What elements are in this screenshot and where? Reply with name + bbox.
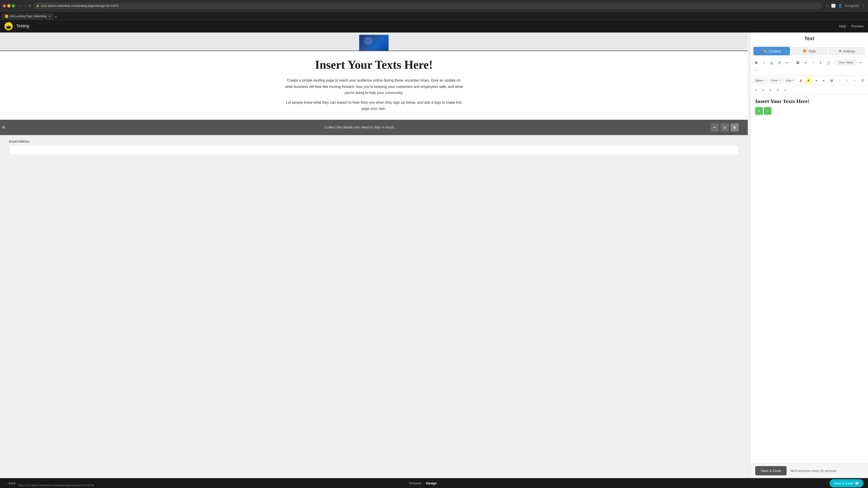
text-column-button[interactable]: ▤ [829,77,835,84]
paste-button[interactable]: 📋 [825,59,832,66]
editor-edit-icon-button[interactable]: ✏ [755,107,763,115]
image-button[interactable]: 🖼 [794,59,801,66]
breadcrumb-design: Design [426,482,437,485]
styles-label: Styles [755,79,763,82]
editor-heading: Insert Your Texts Here! [755,98,864,104]
menu-icon[interactable]: ⋮ [862,4,865,8]
font-arrow-icon: ▼ [778,79,780,82]
breadcrumb: Template › Design [16,482,830,485]
active-tab[interactable]: M Edit Landing Page | Mailchimp ✕ [2,13,54,20]
link-button[interactable]: 🔗 [776,59,783,66]
refresh-button[interactable]: ↻ [29,4,31,8]
unordered-list-button[interactable]: ⁝ [810,59,816,66]
bg-color-button[interactable]: A [805,77,812,84]
star-icon[interactable]: ☆ [826,4,829,8]
sidebar-toggle-icon[interactable]: ⬜ [831,4,836,8]
form-actions: ✏ ⧉ 🗑 [711,123,739,131]
menu-button[interactable]: ☰ [860,77,866,84]
form-section[interactable]: ✛ Collect the details you need to stay i… [0,120,748,135]
font-color-button[interactable]: A [798,77,804,84]
right-panel: Text ✏️ Content 🎨 Style ⚙ Settings B I U… [750,33,868,478]
email-label: Email Address [9,140,739,143]
bottom-save-label: Save & Close [834,482,853,485]
toolbar-dropdowns: Styles ▼ Font ▼ Size ▼ A A ⇥ ⇤ ▤ ↓ ⋮ ↑ ☰ [751,76,868,86]
delete-form-button[interactable]: 🗑 [731,123,739,131]
align-middle-button[interactable]: ⋮ [844,77,850,84]
tab-favicon: M [5,15,8,18]
content-tab-label: Content [769,49,780,53]
size-dropdown[interactable]: Size ▼ [783,78,796,84]
canvas-area: Insert Your Texts Here! Create a simple … [0,33,750,478]
more-options-button[interactable]: ⋯ [753,67,760,74]
tab-content[interactable]: ✏️ Content [753,47,790,55]
panel-tabs: ✏️ Content 🎨 Style ⚙ Settings [751,45,868,57]
svg-point-1 [6,25,11,29]
lock-icon: 🔒 [36,4,39,7]
panel-save-close-button[interactable]: Save & Close [755,466,786,475]
bottom-save-close-button[interactable]: Save & Close 🔄 [830,479,864,487]
duplicate-form-button[interactable]: ⧉ [721,123,729,131]
align-left-button[interactable]: ≡ [753,87,759,93]
main-layout: Insert Your Texts Here! Create a simple … [0,33,868,478]
profile-icon[interactable]: 👤 [838,4,842,8]
back-button[interactable]: ← Back [4,482,16,485]
font-dropdown[interactable]: Font ▼ [769,78,782,84]
settings-tab-label: Settings [843,49,855,53]
redo-indent-button[interactable]: ↪ [782,87,788,93]
browser-chrome: ← → ↻ 🔒 us21.admin.mailchimp.com/landing… [0,0,868,12]
incognito-label: Incognito [845,4,860,8]
panel-header: Text [751,33,868,45]
help-link[interactable]: Help [839,24,846,28]
svg-point-5 [9,25,10,26]
window-controls [3,4,15,7]
underline-button[interactable]: U [768,59,775,66]
link-remove-button[interactable]: ✂ [784,59,790,66]
clear-styles-button[interactable]: Clear Styles [836,60,856,65]
forward-navigation-button[interactable]: → [24,4,27,8]
back-navigation-button[interactable]: ← [19,4,22,8]
maximize-window-button[interactable] [12,4,15,7]
preview-button[interactable]: Preview [851,24,864,28]
move-handle-icon[interactable]: ✛ [2,125,5,130]
svg-point-4 [7,25,8,26]
edit-form-button[interactable]: ✏ [711,123,719,131]
tab-style[interactable]: 🎨 Style [791,47,828,55]
indent-increase-button[interactable]: ⇥ [813,77,819,84]
align-center-button[interactable]: ≡ [760,87,767,93]
body-text-1: Create a simple landing page to reach yo… [283,77,464,96]
editor-move-icon-button[interactable]: ↕ [764,107,772,115]
styles-dropdown[interactable]: Styles ▼ [753,78,768,84]
breadcrumb-template[interactable]: Template [409,482,422,485]
indent-decrease-button[interactable]: ⇤ [821,77,827,84]
align-down-button[interactable]: ↓ [836,77,842,84]
align-right-button[interactable]: ≡ [767,87,774,93]
align-up-button[interactable]: ↑ [852,77,858,84]
new-tab-button[interactable]: + [55,15,57,20]
address-bar[interactable]: 🔒 us21.admin.mailchimp.com/landing-pages… [33,2,822,9]
canvas-content: Insert Your Texts Here! Create a simple … [0,33,750,478]
body-text-2: Let people know what they can expect to … [283,99,464,111]
panel-footer: Save & Close We'll autosave every 20 sec… [751,463,868,478]
email-input[interactable] [9,145,739,155]
ordered-list-button[interactable]: ≡ [802,59,809,66]
editor-quick-actions: ✏ ↕ [755,107,864,115]
style-tab-label: Style [808,49,816,53]
breadcrumb-arrow-icon: › [423,482,424,485]
email-section: Email Address [0,135,748,160]
bold-button[interactable]: B [753,59,760,66]
undo-indent-button[interactable]: ↩ [775,87,781,93]
image-section [0,33,748,51]
code-button[interactable]: </> [857,59,864,66]
tab-close-icon[interactable]: ✕ [49,15,51,18]
toolbar-separator-2 [834,60,834,65]
tab-settings[interactable]: ⚙ Settings [829,47,865,55]
minimize-window-button[interactable] [7,4,10,7]
close-window-button[interactable] [3,4,6,7]
editor-content[interactable]: Insert Your Texts Here! ✏ ↕ [751,95,868,463]
style-tab-icon: 🎨 [803,49,807,53]
content-tab-icon: ✏️ [763,49,767,53]
copy-button[interactable]: ⎘ [817,59,824,66]
text-section[interactable]: Insert Your Texts Here! Create a simple … [0,51,748,120]
app-logo [4,22,13,30]
italic-button[interactable]: I [761,59,767,66]
